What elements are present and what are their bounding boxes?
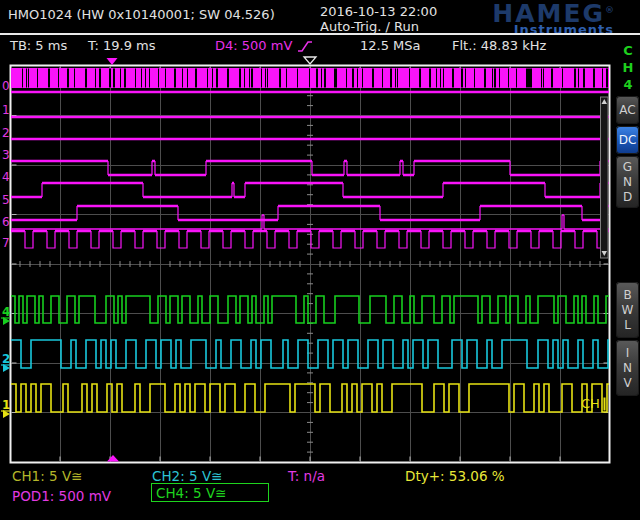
period-measure-readout: T: n/a <box>288 468 325 484</box>
pod-channel-label: 3 <box>2 148 10 162</box>
pod-channel-label: 2 <box>2 126 10 140</box>
channel-marker-label: 1 <box>2 398 10 412</box>
invert-button[interactable]: INV <box>616 340 639 396</box>
coupling-gnd-button[interactable]: GND <box>616 156 639 208</box>
ch1-scale-readout: CH1: 5 V≅ <box>12 468 82 484</box>
waveform-display: 42101234567CH <box>0 0 640 520</box>
channel-marker-label: 2 <box>2 352 10 366</box>
coupling-dc-button[interactable]: DC <box>616 126 639 154</box>
pod-channel-label: 1 <box>2 103 10 117</box>
pod-channel-label: 4 <box>2 170 10 184</box>
cursor-marker-top[interactable] <box>107 58 118 65</box>
pod-channel-label: 0 <box>2 79 10 93</box>
channel-marker-label: 4 <box>2 305 10 319</box>
overlay-channel-text: CH <box>581 396 600 411</box>
pod-channel-label: 6 <box>2 215 10 229</box>
pod-channel-label: 5 <box>2 193 10 207</box>
trigger-position-marker[interactable] <box>304 57 316 64</box>
bandwidth-limit-button[interactable]: BWL <box>616 282 639 338</box>
duty-cycle-readout: Dty+: 53.06 % <box>405 468 505 484</box>
ch4-selected-box: CH4: 5 V≅ <box>151 483 269 502</box>
overlay-text-cursor <box>604 398 606 411</box>
side-channel-label: CH4 <box>621 42 635 93</box>
ch2-scale-readout: CH2: 5 V≅ <box>152 468 222 484</box>
cursor-marker-bottom[interactable] <box>107 455 119 462</box>
ch4-scale-readout: CH4: 5 V≅ <box>156 485 226 501</box>
coupling-ac-button[interactable]: AC <box>616 96 639 124</box>
pod1-scale-readout: POD1: 500 mV <box>12 488 111 504</box>
pod-channel-label: 7 <box>2 236 10 250</box>
oscilloscope-screen: HMO1024 (HW 0x10140001; SW 04.526) 2016-… <box>0 0 640 520</box>
vertical-scrollbar[interactable] <box>601 97 609 258</box>
